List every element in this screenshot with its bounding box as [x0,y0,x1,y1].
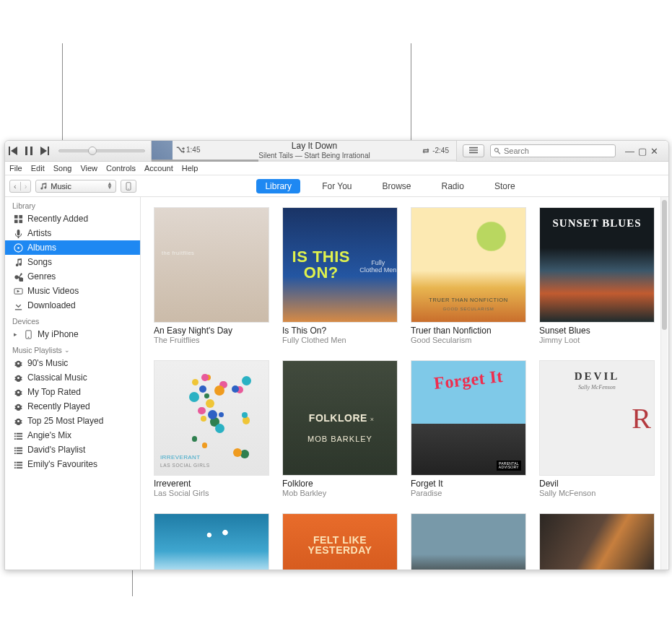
sidebar-item-david-s-playlist[interactable]: David's Playlist [5,442,140,457]
album-card[interactable]: Forget ItPARENTAL ADVISORYForget ItParad… [411,360,526,497]
up-next-button[interactable] [463,144,484,157]
tab-store[interactable]: Store [486,179,524,193]
sidebar-item-albums[interactable]: Albums [5,240,140,255]
volume-slider[interactable] [58,145,145,157]
tab-browse[interactable]: Browse [374,179,420,193]
menu-help[interactable]: Help [182,164,198,173]
music-icon [39,182,48,191]
sidebar-item-top-25-most-played[interactable]: Top 25 Most Played [5,414,140,428]
menu-file[interactable]: File [9,164,22,173]
search-field[interactable] [490,144,616,157]
album-card[interactable]: FOLKLORE×MOB BARKLEYFolkloreMob Barkley [282,360,398,497]
sidebar-item-recently-added[interactable]: Recently Added [5,212,140,226]
video-icon [14,287,23,296]
next-button[interactable] [37,143,53,159]
sidebar-item-label: David's Playlist [27,445,85,455]
album-card[interactable]: TRUER THAN NONFICTIONGOOD SECULARISMTrue… [411,207,526,344]
media-type-select[interactable]: Music ▲▼ [35,180,116,193]
sidebar-item-label: Emily's Favourites [27,459,97,469]
album-art: FELT LIKE YESTERDAYscattered state [282,513,398,570]
album-art [411,513,526,570]
album-artist: Paradise [411,489,526,497]
sidebar-item-artists[interactable]: Artists [5,226,140,240]
player-bar: 1:45 Lay It Down Silent Tails — Start Be… [5,141,668,162]
shuffle-icon[interactable] [176,146,185,154]
device-button[interactable] [121,180,136,193]
menu-song[interactable]: Song [53,164,72,173]
sidebar-item-label: 90's Music [27,358,68,368]
sidebar-item-90-s-music[interactable]: 90's Music [5,356,140,370]
scrollbar[interactable] [660,197,668,570]
album-card[interactable] [539,513,655,570]
album-card[interactable]: the fruitfliesAn Easy Night's DayThe Fru… [154,207,269,344]
tab-library[interactable]: Library [256,179,300,193]
close-button[interactable]: ✕ [650,147,658,155]
sidebar-item-downloaded[interactable]: Downloaded [5,298,140,313]
disclosure-icon[interactable]: ▸ [14,331,19,338]
menu-view[interactable]: View [80,164,97,173]
album-card[interactable]: IS THIS ON?Fully Clothed MenIs This On?F… [282,207,398,344]
playhead-slider[interactable] [152,160,456,162]
sidebar-item-my-top-rated[interactable]: My Top Rated [5,385,140,399]
gear-icon [14,388,23,397]
album-card[interactable]: FELT LIKE YESTERDAYscattered state [282,513,398,570]
list-icon [14,445,23,455]
album-art [539,513,655,570]
album-artist: Fully Clothed Men [282,336,398,344]
menu-edit[interactable]: Edit [31,164,45,173]
album-artist: Las Social Girls [154,489,269,497]
sidebar-item-emily-s-favourites[interactable]: Emily's Favourites [5,457,140,471]
album-card[interactable]: IRREVERANTLAS SOCIAL GIRLSIrreverentLas … [154,360,269,497]
album-art [154,513,269,570]
sidebar-item-label: Classical Music [27,372,87,383]
album-icon [14,243,23,253]
prev-button[interactable] [5,143,21,159]
tab-radio[interactable]: Radio [433,179,473,193]
grid-icon [14,214,23,224]
download-icon [14,301,23,310]
maximize-button[interactable]: ▢ [638,147,646,155]
nav-bar: ‹ › Music ▲▼ LibraryFor YouBrowseRadioSt… [5,175,668,197]
sidebar-item-label: Recently Added [27,214,88,224]
gear-icon [14,359,23,368]
phone-icon [24,330,33,339]
elapsed-time: 1:45 [186,146,200,154]
chevron-down-icon[interactable]: ⌄ [64,346,70,354]
sidebar-item-songs[interactable]: Songs [5,255,140,269]
album-art: SUNSET BLUES [539,207,655,323]
sidebar-item-label: Downloaded [27,300,76,310]
phone-icon [124,182,133,191]
repeat-icon[interactable] [422,147,430,155]
svg-point-1 [128,188,128,189]
album-card[interactable] [154,513,269,570]
album-card[interactable] [411,513,526,570]
sidebar-item-music-videos[interactable]: Music Videos [5,284,140,298]
menu-account[interactable]: Account [144,164,173,173]
nav-tabs: LibraryFor YouBrowseRadioStore [141,179,640,193]
sidebar-item-angie-s-mix[interactable]: Angie's Mix [5,428,140,442]
sidebar-item-my-iphone[interactable]: ▸My iPhone [5,327,140,341]
sidebar-item-label: Genres [27,271,56,282]
menu-bar: FileEditSongViewControlsAccountHelp [5,162,668,175]
list-icon [14,431,23,440]
minimize-button[interactable]: — [626,147,634,155]
sidebar-item-recently-played[interactable]: Recently Played [5,399,140,414]
sidebar-item-genres[interactable]: Genres [5,269,140,284]
sidebar-item-label: Artists [27,228,51,238]
play-pause-button[interactable] [21,143,37,159]
guitar-icon [14,272,23,282]
album-title: An Easy Night's Day [154,326,269,336]
search-input[interactable] [504,147,612,155]
menu-controls[interactable]: Controls [106,164,136,173]
album-grid: the fruitfliesAn Easy Night's DayThe Fru… [141,197,668,570]
tab-for-you[interactable]: For You [313,179,360,193]
album-card[interactable]: DEVILSally McFensonRDevilSally McFenson [539,360,655,497]
now-playing-lcd: 1:45 Lay It Down Silent Tails — Start Be… [151,141,457,162]
album-card[interactable]: SUNSET BLUESSunset BluesJimmy Loot [539,207,655,344]
search-icon [494,147,501,154]
svg-rect-5 [19,219,22,223]
album-title: Is This On? [282,326,398,336]
sidebar-item-classical-music[interactable]: Classical Music [5,370,140,385]
nav-back-forward[interactable]: ‹ › [9,180,31,193]
album-art: IRREVERANTLAS SOCIAL GIRLS [154,360,269,476]
